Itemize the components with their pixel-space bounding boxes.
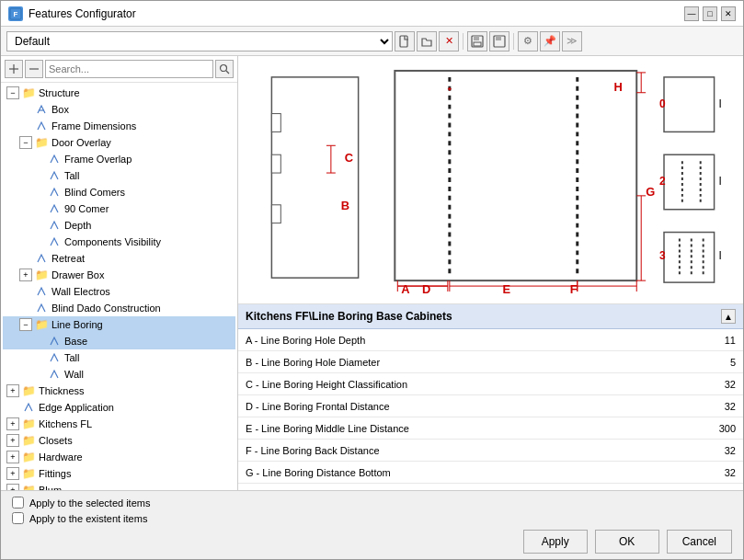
- tree-node-box[interactable]: Box: [3, 101, 235, 118]
- tree-node-thickness[interactable]: + 📁 Thickness: [3, 383, 235, 399]
- tree-node-frame-dimensions[interactable]: Frame Dimensions: [3, 118, 235, 134]
- expand-fittings[interactable]: +: [6, 467, 19, 480]
- tree-node-wall-electros[interactable]: Wall Electros: [3, 283, 235, 300]
- tree-node-tall[interactable]: Tall: [3, 167, 235, 184]
- separator-1: [463, 33, 464, 50]
- folder-icon-fittings: 📁: [21, 466, 36, 481]
- item-icon-wall2: [47, 367, 62, 382]
- apply-existent-checkbox[interactable]: [12, 512, 24, 524]
- tree-label-tall: Tall: [64, 170, 80, 181]
- item-icon-base: [47, 334, 62, 349]
- tree-label-fittings: Fittings: [39, 468, 71, 479]
- expand-closets[interactable]: +: [6, 434, 19, 447]
- tree-node-blind-comers[interactable]: Blind Comers: [3, 184, 235, 200]
- tree-node-90-comer[interactable]: 90 Comer: [3, 200, 235, 217]
- item-icon-frame-overlap: [47, 152, 62, 166]
- tree-node-components-visibility[interactable]: Components Visibility: [3, 234, 235, 250]
- ok-button[interactable]: OK: [595, 530, 659, 554]
- expand-blum[interactable]: +: [6, 484, 19, 490]
- tree-node-structure[interactable]: − 📁 Structure: [3, 85, 235, 101]
- item-icon-box: [34, 102, 49, 117]
- maximize-button[interactable]: □: [703, 6, 717, 21]
- tree-node-fittings[interactable]: + 📁 Fittings: [3, 465, 235, 482]
- item-icon-components-vis: [47, 234, 62, 249]
- svg-rect-4: [474, 36, 479, 40]
- tree-label-frame-dim: Frame Dimensions: [52, 120, 136, 131]
- prop-label-0: A - Line Boring Hole Depth: [238, 331, 670, 349]
- leaf-blind-dado: [19, 302, 32, 314]
- tree-node-edge-application[interactable]: Edge Application: [3, 399, 235, 416]
- more-button[interactable]: ≫: [562, 31, 582, 51]
- svg-text:A: A: [401, 282, 409, 296]
- tree-label-components-vis: Components Visibility: [64, 236, 161, 247]
- tree-node-line-boring[interactable]: − 📁 Line Boring: [3, 316, 235, 333]
- item-icon-wall-electros: [34, 284, 49, 299]
- cancel-button[interactable]: Cancel: [667, 530, 732, 554]
- tree-node-retreat[interactable]: Retreat: [3, 250, 235, 267]
- collapse-all-button[interactable]: [25, 60, 43, 78]
- leaf-retreat: [19, 252, 32, 265]
- prop-value-2: 32: [670, 375, 743, 394]
- expand-thickness[interactable]: +: [6, 384, 19, 397]
- tree-node-kitchens-fl[interactable]: + 📁 Kitchens FL: [3, 416, 235, 432]
- item-icon-retreat: [34, 251, 49, 266]
- tree-node-tall2[interactable]: Tall: [3, 349, 235, 366]
- expand-structure[interactable]: −: [6, 86, 19, 99]
- preset-select[interactable]: Default: [6, 31, 393, 51]
- tree-label-blind-comers: Blind Comers: [64, 187, 125, 198]
- minimize-button[interactable]: —: [684, 6, 699, 21]
- close-button[interactable]: ✕: [721, 6, 736, 21]
- expand-drawer-box[interactable]: +: [19, 269, 32, 281]
- item-icon-blind-comers: [47, 185, 62, 200]
- button-row: Apply OK Cancel: [12, 530, 732, 554]
- properties-area: Kitchens FF\Line Boring Base Cabinets ▲ …: [238, 304, 743, 490]
- delete-button[interactable]: ✕: [439, 31, 459, 51]
- new-button[interactable]: [395, 31, 415, 51]
- svg-text:I: I: [719, 175, 722, 188]
- search-go-button[interactable]: [215, 60, 234, 78]
- svg-text:F: F: [570, 282, 578, 296]
- expand-door-overlay[interactable]: −: [19, 136, 32, 149]
- main-content: − 📁 Structure Box Frame Dimen: [1, 56, 743, 490]
- property-table: A - Line Boring Hole Depth11B - Line Bor…: [238, 329, 743, 490]
- prop-row-0: A - Line Boring Hole Depth11: [238, 329, 743, 351]
- leaf-wall2: [32, 368, 45, 381]
- settings-button[interactable]: ⚙: [518, 31, 538, 51]
- tree-node-base[interactable]: Base: [3, 333, 235, 349]
- svg-rect-50: [664, 77, 715, 132]
- tree-node-frame-overlap[interactable]: Frame Overlap: [3, 151, 235, 167]
- svg-text:F: F: [14, 10, 18, 18]
- svg-rect-2: [400, 36, 407, 47]
- section-header: Kitchens FF\Line Boring Base Cabinets ▲: [238, 304, 743, 329]
- tree-node-door-overlay[interactable]: − 📁 Door Overlay: [3, 134, 235, 151]
- leaf-box: [19, 103, 32, 116]
- tree-node-wall2[interactable]: Wall: [3, 366, 235, 383]
- tree-node-depth[interactable]: Depth: [3, 217, 235, 234]
- section-title: Kitchens FF\Line Boring Base Cabinets: [246, 310, 452, 323]
- svg-point-11: [221, 65, 227, 72]
- window-controls: — □ ✕: [684, 6, 736, 21]
- svg-rect-5: [474, 42, 481, 46]
- tree-node-drawer-box[interactable]: + 📁 Drawer Box: [3, 267, 235, 283]
- pin-button[interactable]: 📌: [540, 31, 560, 51]
- open-button[interactable]: [417, 31, 437, 51]
- svg-rect-16: [271, 154, 280, 173]
- tree-node-blind-dado[interactable]: Blind Dado Construction: [3, 300, 235, 316]
- expand-line-boring[interactable]: −: [19, 318, 32, 331]
- saveas-button[interactable]: [489, 31, 509, 51]
- apply-selected-checkbox[interactable]: [12, 497, 24, 509]
- tree-node-hardware[interactable]: + 📁 Hardware: [3, 449, 235, 465]
- tree-node-blum[interactable]: + 📁 Blum: [3, 482, 235, 490]
- section-collapse-button[interactable]: ▲: [721, 309, 736, 324]
- svg-rect-53: [664, 154, 715, 210]
- apply-button[interactable]: Apply: [523, 530, 588, 554]
- tree-label-box: Box: [52, 104, 69, 115]
- tree-node-closets[interactable]: + 📁 Closets: [3, 432, 235, 449]
- expand-hardware[interactable]: +: [6, 451, 19, 463]
- search-input[interactable]: [45, 60, 213, 78]
- boring-diagram: C B A D E F G H: [246, 63, 736, 296]
- tree-label-hardware: Hardware: [39, 451, 83, 463]
- expand-all-button[interactable]: [5, 60, 23, 78]
- save-button[interactable]: [467, 31, 487, 51]
- expand-kitchens-fl[interactable]: +: [6, 417, 19, 430]
